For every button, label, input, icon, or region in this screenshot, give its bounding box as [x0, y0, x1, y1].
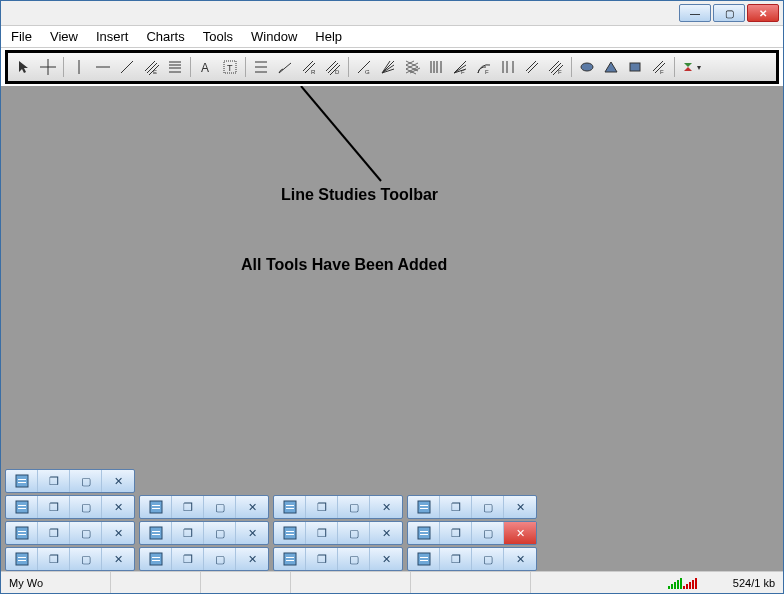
- child-window-icon[interactable]: [140, 496, 172, 518]
- std-deviation-tool[interactable]: D: [321, 56, 345, 78]
- child-close-button[interactable]: ✕: [370, 496, 402, 518]
- child-window-icon[interactable]: [140, 548, 172, 570]
- child-window[interactable]: ❐▢✕: [273, 495, 403, 519]
- child-window[interactable]: ❐▢✕: [5, 495, 135, 519]
- menu-view[interactable]: View: [50, 29, 78, 44]
- child-restore-button[interactable]: ❐: [306, 522, 338, 544]
- child-window-icon[interactable]: [408, 522, 440, 544]
- maximize-button[interactable]: ▢: [713, 4, 745, 22]
- triangle-tool[interactable]: [599, 56, 623, 78]
- child-restore-button[interactable]: ❐: [38, 470, 70, 492]
- menu-file[interactable]: File: [11, 29, 32, 44]
- gann-grid-tool[interactable]: [400, 56, 424, 78]
- gann-fan-tool[interactable]: [376, 56, 400, 78]
- child-window[interactable]: ❐▢✕: [5, 547, 135, 571]
- child-window-icon[interactable]: [6, 496, 38, 518]
- cursor-tool[interactable]: [12, 56, 36, 78]
- child-restore-button[interactable]: ❐: [38, 522, 70, 544]
- child-window[interactable]: ❐▢✕: [5, 469, 135, 493]
- vertical-line-tool[interactable]: [67, 56, 91, 78]
- fibo-zone-tool[interactable]: F: [647, 56, 671, 78]
- child-restore-button[interactable]: ❐: [440, 548, 472, 570]
- child-restore-button[interactable]: ❐: [306, 548, 338, 570]
- child-maximize-button[interactable]: ▢: [472, 548, 504, 570]
- child-close-button[interactable]: ✕: [504, 548, 536, 570]
- child-restore-button[interactable]: ❐: [172, 522, 204, 544]
- child-restore-button[interactable]: ❐: [38, 548, 70, 570]
- menu-tools[interactable]: Tools: [203, 29, 233, 44]
- minimize-button[interactable]: —: [679, 4, 711, 22]
- child-close-button[interactable]: ✕: [370, 522, 402, 544]
- child-window-icon[interactable]: [274, 496, 306, 518]
- gann-line-tool[interactable]: G: [352, 56, 376, 78]
- andrews-pitchfork-tool[interactable]: F: [544, 56, 568, 78]
- arrows-tool[interactable]: ▾: [678, 56, 702, 78]
- child-close-button[interactable]: ✕: [370, 548, 402, 570]
- expand-channel-tool[interactable]: [249, 56, 273, 78]
- child-restore-button[interactable]: ❐: [172, 496, 204, 518]
- child-window[interactable]: ❐▢✕: [5, 521, 135, 545]
- child-restore-button[interactable]: ❐: [440, 522, 472, 544]
- child-close-button[interactable]: ✕: [504, 522, 536, 544]
- child-restore-button[interactable]: ❐: [172, 548, 204, 570]
- child-window[interactable]: ❐▢✕: [273, 521, 403, 545]
- close-button[interactable]: ✕: [747, 4, 779, 22]
- child-restore-button[interactable]: ❐: [306, 496, 338, 518]
- child-window[interactable]: ❐▢✕: [273, 547, 403, 571]
- horizontal-line-tool[interactable]: [91, 56, 115, 78]
- child-window-icon[interactable]: [6, 522, 38, 544]
- menu-insert[interactable]: Insert: [96, 29, 129, 44]
- child-close-button[interactable]: ✕: [102, 548, 134, 570]
- child-window[interactable]: ❐▢✕: [407, 521, 537, 545]
- child-restore-button[interactable]: ❐: [440, 496, 472, 518]
- linear-regression-tool[interactable]: R: [297, 56, 321, 78]
- menu-charts[interactable]: Charts: [146, 29, 184, 44]
- fibo-time-zones-tool[interactable]: [520, 56, 544, 78]
- fibo-retracement-tool[interactable]: [163, 56, 187, 78]
- child-close-button[interactable]: ✕: [102, 522, 134, 544]
- fibo-channel-tool[interactable]: [424, 56, 448, 78]
- child-close-button[interactable]: ✕: [102, 470, 134, 492]
- child-window-icon[interactable]: [274, 522, 306, 544]
- child-window[interactable]: ❐▢✕: [139, 547, 269, 571]
- rectangle-tool[interactable]: [623, 56, 647, 78]
- fibo-fan-tool[interactable]: F: [448, 56, 472, 78]
- menu-window[interactable]: Window: [251, 29, 297, 44]
- child-close-button[interactable]: ✕: [102, 496, 134, 518]
- child-window[interactable]: ❐▢✕: [139, 521, 269, 545]
- equidistant-channel-tool[interactable]: E: [139, 56, 163, 78]
- child-close-button[interactable]: ✕: [236, 496, 268, 518]
- child-window[interactable]: ❐▢✕: [407, 495, 537, 519]
- trend-by-angle-tool[interactable]: [273, 56, 297, 78]
- fibo-arc-tool[interactable]: F: [472, 56, 496, 78]
- child-window-icon[interactable]: [6, 470, 38, 492]
- child-maximize-button[interactable]: ▢: [204, 496, 236, 518]
- child-maximize-button[interactable]: ▢: [70, 470, 102, 492]
- menu-help[interactable]: Help: [315, 29, 342, 44]
- child-window-icon[interactable]: [140, 522, 172, 544]
- child-maximize-button[interactable]: ▢: [70, 496, 102, 518]
- child-maximize-button[interactable]: ▢: [204, 548, 236, 570]
- child-window-icon[interactable]: [408, 548, 440, 570]
- child-window-icon[interactable]: [274, 548, 306, 570]
- fibo-expansion-tool[interactable]: [496, 56, 520, 78]
- child-maximize-button[interactable]: ▢: [338, 496, 370, 518]
- text-tool[interactable]: A: [194, 56, 218, 78]
- child-maximize-button[interactable]: ▢: [472, 522, 504, 544]
- child-window[interactable]: ❐▢✕: [139, 495, 269, 519]
- cycle-lines-tool[interactable]: [575, 56, 599, 78]
- text-label-tool[interactable]: T: [218, 56, 242, 78]
- child-maximize-button[interactable]: ▢: [204, 522, 236, 544]
- child-close-button[interactable]: ✕: [236, 548, 268, 570]
- child-maximize-button[interactable]: ▢: [472, 496, 504, 518]
- child-window-icon[interactable]: [408, 496, 440, 518]
- child-window-icon[interactable]: [6, 548, 38, 570]
- child-window[interactable]: ❐▢✕: [407, 547, 537, 571]
- child-maximize-button[interactable]: ▢: [70, 522, 102, 544]
- child-restore-button[interactable]: ❐: [38, 496, 70, 518]
- child-close-button[interactable]: ✕: [504, 496, 536, 518]
- child-maximize-button[interactable]: ▢: [338, 522, 370, 544]
- child-maximize-button[interactable]: ▢: [70, 548, 102, 570]
- child-close-button[interactable]: ✕: [236, 522, 268, 544]
- trendline-tool[interactable]: [115, 56, 139, 78]
